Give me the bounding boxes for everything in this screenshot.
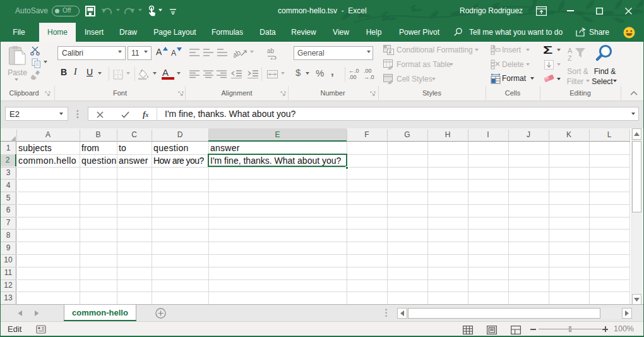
svg-text:Z: Z xyxy=(568,54,572,62)
svg-text:≠: ≠ xyxy=(389,49,392,55)
svg-text:ab: ab xyxy=(234,48,242,58)
svg-text:A: A xyxy=(568,47,573,54)
svg-text:ab: ab xyxy=(267,48,275,54)
